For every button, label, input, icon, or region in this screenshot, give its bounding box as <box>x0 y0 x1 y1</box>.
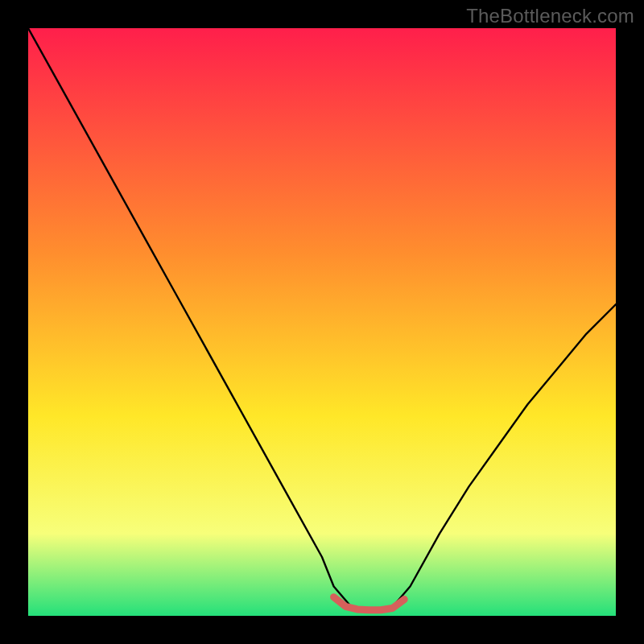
gradient-background <box>28 28 616 616</box>
chart-svg <box>28 28 616 616</box>
watermark-text: TheBottleneck.com <box>466 5 634 27</box>
plot-area <box>28 28 616 616</box>
chart-frame: TheBottleneck.com <box>0 0 644 644</box>
